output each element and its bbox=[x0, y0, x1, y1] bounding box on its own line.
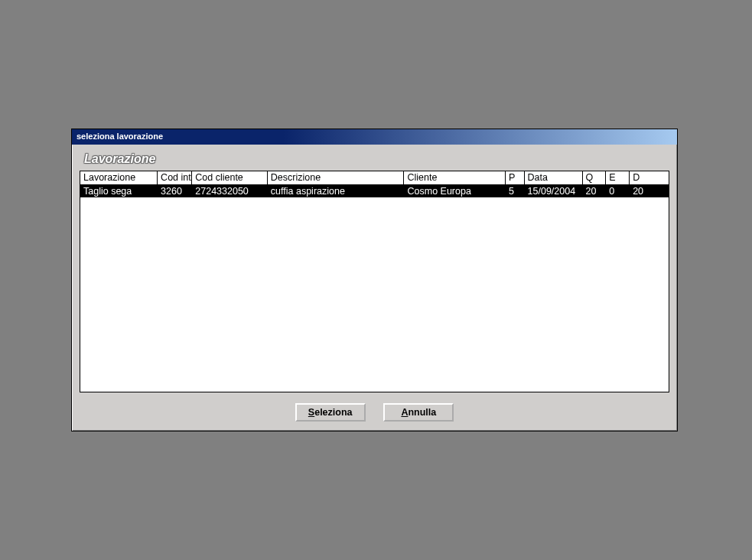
column-header[interactable]: P bbox=[505, 171, 524, 184]
column-header[interactable]: Lavorazione bbox=[80, 171, 158, 184]
table-header-row: LavorazioneCod intCod clienteDescrizione… bbox=[80, 171, 669, 184]
table-cell: 20 bbox=[630, 184, 669, 197]
table-row[interactable]: Taglio sega32602724332050cuffia aspirazi… bbox=[80, 184, 669, 197]
column-header[interactable]: Cod int bbox=[158, 171, 192, 184]
dialog-button-row: Seleziona Annulla bbox=[80, 403, 669, 422]
column-header[interactable]: D bbox=[630, 171, 669, 184]
grid-container: LavorazioneCod intCod clienteDescrizione… bbox=[80, 171, 669, 392]
table-cell: cuffia aspirazione bbox=[267, 184, 404, 197]
column-header[interactable]: Descrizione bbox=[267, 171, 404, 184]
column-header[interactable]: Q bbox=[582, 171, 606, 184]
column-header[interactable]: E bbox=[606, 171, 630, 184]
table-cell: 5 bbox=[505, 184, 524, 197]
column-header[interactable]: Cod cliente bbox=[192, 171, 268, 184]
table-cell: Taglio sega bbox=[80, 184, 158, 197]
dialog-subtitle: Lavorazione bbox=[84, 152, 669, 166]
seleziona-button[interactable]: Seleziona bbox=[295, 403, 366, 422]
table-cell: 3260 bbox=[158, 184, 192, 197]
dialog-body: Lavorazione LavorazioneCod intCod client… bbox=[72, 145, 677, 431]
table-cell: Cosmo Europa bbox=[404, 184, 505, 197]
dialog-seleziona-lavorazione: seleziona lavorazione Lavorazione Lavora… bbox=[71, 129, 678, 431]
dialog-titlebar[interactable]: seleziona lavorazione bbox=[72, 129, 677, 145]
annulla-button[interactable]: Annulla bbox=[383, 403, 454, 422]
lavorazione-table: LavorazioneCod intCod clienteDescrizione… bbox=[80, 171, 669, 197]
table-cell: 15/09/2004 bbox=[524, 184, 582, 197]
table-cell: 0 bbox=[606, 184, 630, 197]
column-header[interactable]: Data bbox=[524, 171, 582, 184]
table-cell: 2724332050 bbox=[192, 184, 268, 197]
column-header[interactable]: Cliente bbox=[404, 171, 505, 184]
table-cell: 20 bbox=[582, 184, 606, 197]
